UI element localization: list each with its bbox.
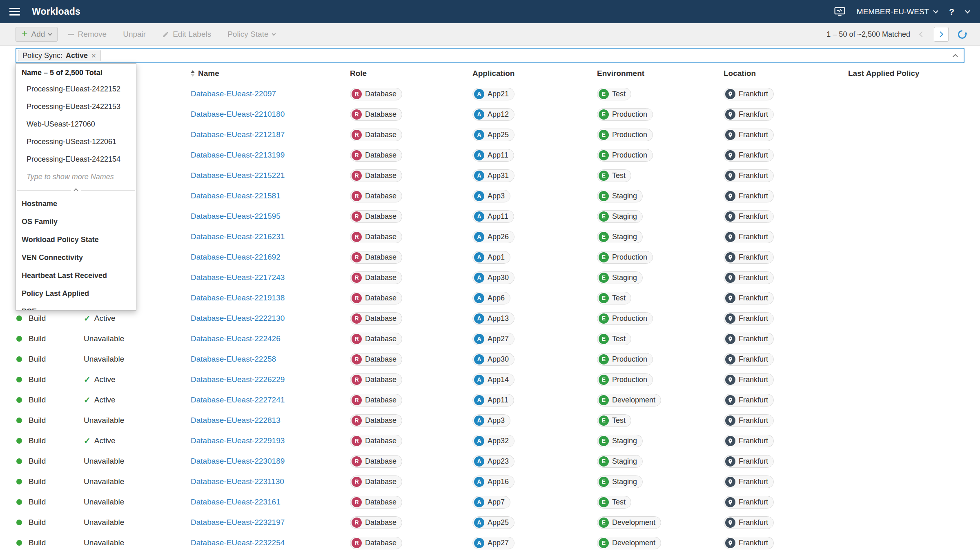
dropdown-category-option[interactable]: PCE <box>16 302 136 311</box>
workload-name-link[interactable]: Database-EUeast-2210180 <box>191 110 285 119</box>
application-label-pill[interactable]: AApp23 <box>472 455 514 468</box>
application-label-pill[interactable]: AApp11 <box>472 394 514 407</box>
role-label-pill[interactable]: RDatabase <box>350 210 402 223</box>
workload-name-link[interactable]: Database-EUeast-222813 <box>191 416 281 425</box>
role-label-pill[interactable]: RDatabase <box>350 333 402 345</box>
dropdown-name-option[interactable]: Web-USeast-127060 <box>16 116 136 133</box>
environment-label-pill[interactable]: EDevelopment <box>597 537 661 549</box>
role-label-pill[interactable]: RDatabase <box>350 251 402 264</box>
menu-icon[interactable] <box>7 6 22 18</box>
location-label-pill[interactable]: Frankfurt <box>724 516 774 529</box>
column-header-environment[interactable]: Environment <box>597 69 724 78</box>
application-label-pill[interactable]: AApp31 <box>472 169 514 182</box>
environment-label-pill[interactable]: EStaging <box>597 271 643 284</box>
location-label-pill[interactable]: Frankfurt <box>724 373 774 386</box>
environment-label-pill[interactable]: EDevelopment <box>597 394 661 407</box>
environment-label-pill[interactable]: EStaging <box>597 190 643 202</box>
environment-label-pill[interactable]: EStaging <box>597 231 643 243</box>
application-label-pill[interactable]: AApp25 <box>472 516 514 529</box>
application-label-pill[interactable]: AApp26 <box>472 231 514 243</box>
location-label-pill[interactable]: Frankfurt <box>724 149 774 162</box>
environment-label-pill[interactable]: EProduction <box>597 373 653 386</box>
column-header-application[interactable]: Application <box>472 69 597 78</box>
dropdown-name-option[interactable]: Processing-EUeast-2422153 <box>16 98 136 116</box>
workload-name-link[interactable]: Database-EUeast-2232254 <box>191 538 285 547</box>
role-label-pill[interactable]: RDatabase <box>350 537 402 549</box>
role-label-pill[interactable]: RDatabase <box>350 149 402 162</box>
workload-name-link[interactable]: Database-EUeast-222426 <box>191 334 281 343</box>
application-label-pill[interactable]: AApp3 <box>472 190 510 202</box>
workload-name-link[interactable]: Database-EUeast-2232197 <box>191 518 285 527</box>
location-label-pill[interactable]: Frankfurt <box>724 210 774 223</box>
next-page-button[interactable] <box>934 27 949 42</box>
location-label-pill[interactable]: Frankfurt <box>724 312 774 325</box>
location-label-pill[interactable]: Frankfurt <box>724 108 774 121</box>
dropdown-name-option[interactable]: Processing-USeast-122061 <box>16 133 136 151</box>
environment-label-pill[interactable]: EProduction <box>597 312 653 325</box>
role-label-pill[interactable]: RDatabase <box>350 312 402 325</box>
location-label-pill[interactable]: Frankfurt <box>724 353 774 366</box>
policy-state-button[interactable]: Policy State <box>222 27 281 42</box>
role-label-pill[interactable]: RDatabase <box>350 496 402 509</box>
refresh-icon[interactable] <box>957 29 968 40</box>
role-label-pill[interactable]: RDatabase <box>350 231 402 243</box>
role-label-pill[interactable]: RDatabase <box>350 475 402 488</box>
role-label-pill[interactable]: RDatabase <box>350 190 402 202</box>
role-label-pill[interactable]: RDatabase <box>350 414 402 427</box>
environment-label-pill[interactable]: EStaging <box>597 210 643 223</box>
location-label-pill[interactable]: Frankfurt <box>724 394 774 407</box>
dropdown-category-option[interactable]: Policy Last Applied <box>16 284 136 302</box>
location-label-pill[interactable]: Frankfurt <box>724 271 774 284</box>
workload-name-link[interactable]: Database-EUeast-2216231 <box>191 232 285 241</box>
remove-button[interactable]: Remove <box>62 27 112 42</box>
user-menu-chevron-icon[interactable] <box>965 8 970 13</box>
environment-label-pill[interactable]: ETest <box>597 169 631 182</box>
dropdown-category-option[interactable]: VEN Connectivity <box>16 249 136 267</box>
edit-labels-button[interactable]: Edit Labels <box>156 27 217 42</box>
role-label-pill[interactable]: RDatabase <box>350 292 402 304</box>
workload-name-link[interactable]: Database-EUeast-2222130 <box>191 314 285 323</box>
application-label-pill[interactable]: AApp7 <box>472 496 510 509</box>
location-label-pill[interactable]: Frankfurt <box>724 414 774 427</box>
environment-label-pill[interactable]: EProduction <box>597 353 653 366</box>
role-label-pill[interactable]: RDatabase <box>350 108 402 121</box>
workload-name-link[interactable]: Database-EUeast-2227241 <box>191 395 285 404</box>
application-label-pill[interactable]: AApp13 <box>472 312 514 325</box>
unpair-button[interactable]: Unpair <box>117 27 151 42</box>
dropdown-category-option[interactable]: OS Family <box>16 213 136 231</box>
location-label-pill[interactable]: Frankfurt <box>724 496 774 509</box>
application-label-pill[interactable]: AApp11 <box>472 149 514 162</box>
workload-name-link[interactable]: Database-EUeast-2217243 <box>191 273 285 282</box>
dropdown-name-option[interactable]: Processing-EUeast-2422154 <box>16 151 136 168</box>
workload-name-link[interactable]: Database-EUeast-2215221 <box>191 171 285 180</box>
workload-name-link[interactable]: Database-EUeast-2231130 <box>191 477 284 486</box>
location-label-pill[interactable]: Frankfurt <box>724 292 774 304</box>
role-label-pill[interactable]: RDatabase <box>350 394 402 407</box>
environment-label-pill[interactable]: EDevelopment <box>597 516 661 529</box>
column-header-role[interactable]: Role <box>350 69 472 78</box>
location-label-pill[interactable]: Frankfurt <box>724 231 774 243</box>
workload-name-link[interactable]: Database-EUeast-2219138 <box>191 293 285 302</box>
location-label-pill[interactable]: Frankfurt <box>724 435 774 447</box>
application-label-pill[interactable]: AApp21 <box>472 88 514 100</box>
column-header-last-applied-policy[interactable]: Last Applied Policy <box>848 69 980 78</box>
location-label-pill[interactable]: Frankfurt <box>724 251 774 264</box>
role-label-pill[interactable]: RDatabase <box>350 373 402 386</box>
collapse-filter-icon[interactable] <box>953 54 958 59</box>
role-label-pill[interactable]: RDatabase <box>350 455 402 468</box>
location-label-pill[interactable]: Frankfurt <box>724 455 774 468</box>
environment-label-pill[interactable]: ETest <box>597 496 631 509</box>
application-label-pill[interactable]: AApp32 <box>472 435 514 447</box>
role-label-pill[interactable]: RDatabase <box>350 129 402 141</box>
workload-name-link[interactable]: Database-EUeast-2212187 <box>191 130 285 139</box>
chip-remove-icon[interactable]: ✕ <box>91 53 96 59</box>
location-label-pill[interactable]: Frankfurt <box>724 537 774 549</box>
application-label-pill[interactable]: AApp14 <box>472 373 514 386</box>
workload-name-link[interactable]: Database-EUeast-221692 <box>191 253 281 262</box>
environment-label-pill[interactable]: EProduction <box>597 251 653 264</box>
application-label-pill[interactable]: AApp11 <box>472 210 514 223</box>
environment-label-pill[interactable]: EProduction <box>597 149 653 162</box>
role-label-pill[interactable]: RDatabase <box>350 435 402 447</box>
workload-name-link[interactable]: Database-EUeast-221581 <box>191 191 281 200</box>
application-label-pill[interactable]: AApp3 <box>472 414 510 427</box>
